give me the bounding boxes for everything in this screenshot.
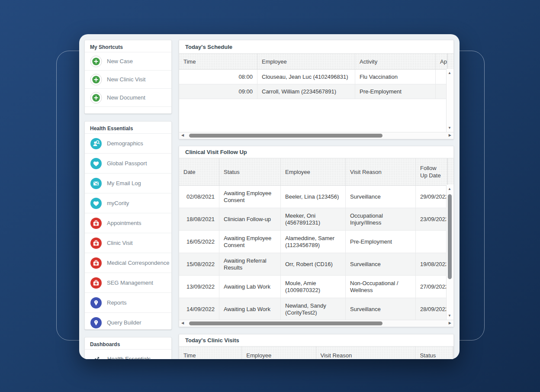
column-header-time[interactable]: Time — [179, 54, 257, 69]
column-header-visit-reason[interactable]: Visit Reason — [316, 347, 416, 359]
scrollbar-track[interactable] — [186, 134, 447, 138]
scrollbar-thumb[interactable] — [189, 134, 382, 138]
module-item[interactable]: Global Passport — [85, 153, 171, 173]
scroll-left-icon[interactable] — [181, 134, 184, 137]
module-label: My Email Log — [107, 180, 141, 186]
column-header-activity[interactable]: Activity — [355, 54, 436, 69]
table-cell: Carroll, William (2234567891) — [257, 84, 355, 99]
table-cell: Non-Occupational / Wellness — [346, 276, 416, 298]
scroll-up-icon[interactable] — [448, 71, 451, 75]
table-cell: Awaiting Employee Consent — [219, 186, 281, 208]
column-header-filler — [453, 347, 453, 359]
module-item[interactable]: My Email Log — [85, 173, 171, 193]
table-cell: Awaiting Lab Work — [219, 276, 281, 298]
plus-circle-icon — [90, 74, 102, 86]
column-header-status[interactable]: Status — [219, 158, 281, 185]
medical-bag-icon — [90, 277, 102, 289]
table-cell: 27/09/2022 — [416, 276, 447, 298]
module-item[interactable]: Medical Correspondence — [85, 253, 171, 273]
column-header-filler — [447, 54, 453, 69]
dashboards-title: Dashboards — [85, 337, 171, 349]
scrollbar-thumb[interactable] — [448, 194, 452, 279]
lightbulb-icon — [90, 297, 102, 309]
table-row[interactable]: 02/08/2021Awaiting Employee ConsentBeele… — [179, 186, 447, 208]
table-header-row: TimeEmployeeVisit ReasonStatus — [179, 346, 453, 359]
dashboard-label: Health Essentials — [107, 356, 151, 360]
table-cell — [436, 84, 447, 99]
table-cell: 08:00 — [179, 70, 257, 84]
table-cell: Occupational Injury/Illness — [346, 208, 416, 230]
column-header-employee[interactable]: Employee — [257, 54, 355, 69]
module-item[interactable]: Demographics — [85, 133, 171, 153]
scroll-down-icon[interactable] — [448, 126, 451, 130]
table-cell: Pre-Employment — [346, 231, 416, 253]
module-label: SEG Management — [107, 280, 153, 286]
trend-chart-icon — [93, 355, 100, 359]
module-item[interactable]: Reports — [85, 292, 171, 312]
module-item[interactable]: Appointments — [85, 213, 171, 233]
column-header-employee[interactable]: Employee — [242, 347, 316, 359]
module-label: Query Builder — [107, 319, 141, 326]
scroll-right-icon[interactable] — [449, 134, 451, 137]
health-essentials-title: Health Essentials — [85, 122, 171, 133]
shortcut-item[interactable]: New Case — [85, 52, 171, 70]
module-item[interactable]: SEG Management — [85, 273, 171, 292]
module-label: Global Passport — [107, 160, 147, 167]
table-row[interactable]: 16/05/2022Awaiting Employee ConsentAlame… — [179, 231, 447, 253]
scroll-left-icon[interactable] — [181, 321, 184, 325]
table-header-row: TimeEmployeeActivityAp — [179, 53, 453, 70]
column-header-filler — [447, 158, 453, 185]
module-item[interactable]: myCority — [85, 193, 171, 213]
column-header-employee[interactable]: Employee — [281, 158, 346, 185]
module-label: Medical Correspondence — [107, 260, 170, 266]
dashboard-item[interactable]: Health Essentials — [85, 349, 171, 359]
column-header-time[interactable]: Time — [179, 347, 242, 359]
column-header-status[interactable]: Status — [415, 347, 453, 359]
plus-circle-icon — [90, 92, 102, 104]
vertical-scrollbar[interactable] — [446, 69, 453, 132]
main-content: Today's Schedule TimeEmployeeActivityAp … — [179, 40, 454, 359]
column-header-ap[interactable]: Ap — [436, 54, 447, 69]
module-item[interactable]: Clinic Visit — [85, 233, 171, 253]
table-row[interactable]: 15/08/2022Awaiting Referral ResultsOrr, … — [179, 253, 447, 276]
table-row[interactable]: 08:00Clouseau, Jean Luc (4102496831)Flu … — [179, 70, 447, 84]
module-label: Reports — [107, 299, 127, 306]
table-row[interactable]: 13/09/2022Awaiting Lab WorkMoule, Amie (… — [179, 276, 447, 298]
table-cell: Awaiting Lab Work — [219, 298, 281, 320]
table-body: 02/08/2021Awaiting Employee ConsentBeele… — [179, 186, 447, 321]
clinical-visit-follow-up-table: DateStatusEmployeeVisit ReasonFollow Up … — [179, 158, 453, 327]
column-header-follow-up-date[interactable]: Follow Up Date — [416, 158, 447, 185]
table-cell: Flu Vaccination — [355, 70, 436, 84]
table-cell: 28/09/2022 — [416, 298, 447, 320]
table-cell: 15/08/2022 — [179, 253, 219, 275]
plus-circle-icon — [90, 55, 102, 67]
table-row[interactable]: 09:00Carroll, William (2234567891)Pre-Em… — [179, 84, 447, 99]
todays-clinic-visits-panel: Today's Clinic Visits TimeEmployeeVisit … — [179, 334, 454, 359]
scroll-down-icon[interactable] — [448, 314, 451, 318]
shortcuts-list: New Case New Clinic Visit New Document — [85, 52, 171, 106]
scroll-right-icon[interactable] — [449, 321, 451, 325]
medical-bag-icon — [90, 217, 102, 229]
module-item[interactable]: Query Builder — [85, 312, 171, 330]
person-search-icon — [90, 138, 102, 150]
scroll-up-icon[interactable] — [448, 187, 451, 191]
scrollbar-thumb[interactable] — [189, 321, 382, 325]
shortcut-item[interactable]: New Document — [85, 88, 171, 106]
modules-list: Demographics Global Passport My Email Lo… — [85, 133, 171, 330]
column-header-visit-reason[interactable]: Visit Reason — [346, 158, 416, 185]
horizontal-scrollbar[interactable] — [179, 320, 453, 327]
table-row[interactable]: 18/08/2021Clinician Follow-upMeeker, Oni… — [179, 208, 447, 231]
shortcut-item[interactable]: New Clinic Visit — [85, 70, 171, 88]
table-cell: Alameddine, Samer (1123456789) — [281, 231, 346, 253]
app-window: My Shortcuts New Case New Clinic Visit N… — [79, 34, 460, 359]
vertical-scrollbar[interactable] — [446, 185, 453, 320]
table-cell: Surveillance — [346, 298, 416, 320]
column-header-date[interactable]: Date — [179, 158, 219, 185]
horizontal-scrollbar[interactable] — [179, 132, 453, 139]
table-cell: Surveillance — [346, 253, 416, 275]
todays-schedule-table: TimeEmployeeActivityAp 08:00Clouseau, Je… — [179, 53, 453, 139]
table-row[interactable]: 14/09/2022Awaiting Lab WorkNewland, Sand… — [179, 298, 447, 321]
sidebar: My Shortcuts New Case New Clinic Visit N… — [84, 40, 172, 359]
scrollbar-track[interactable] — [186, 321, 447, 325]
table-cell: Surveillance — [346, 186, 416, 208]
